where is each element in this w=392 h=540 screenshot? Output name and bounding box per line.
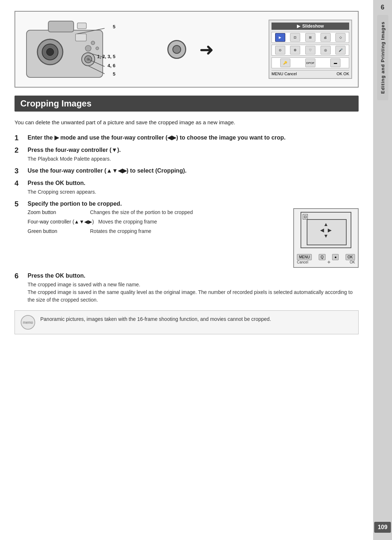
step-6: 6 Press the OK button. The cropped image… xyxy=(15,271,359,304)
svg-rect-1 xyxy=(48,21,74,32)
fourway-desc: Moves the cropping frame xyxy=(98,218,157,226)
arrow-up: ▲ xyxy=(323,221,328,227)
table-row-green: Green button Rotates the cropping frame xyxy=(28,227,287,236)
step-4-number: 4 xyxy=(15,179,28,188)
step-3-title: Use the four-way controller (▲▼◀▶) to se… xyxy=(28,166,359,175)
step-5-text: Zoom button Changes the size of the port… xyxy=(28,208,287,236)
svg-point-8 xyxy=(91,41,95,45)
step-4: 4 Press the OK button. The Cropping scre… xyxy=(15,179,359,196)
section-title: Cropping Images xyxy=(20,98,91,108)
camera-svg xyxy=(21,17,112,81)
cancel-label-text: Cancel xyxy=(297,260,308,264)
page-number: 109 xyxy=(374,522,391,533)
step-5-number: 5 xyxy=(15,200,28,208)
crop-screen-inner: ⊡ ▲ ◀ ▶ ▼ xyxy=(301,212,351,248)
green-label: Green button xyxy=(28,227,86,236)
slide-icon-heart: ♡ xyxy=(305,46,315,55)
svg-point-7 xyxy=(85,45,91,51)
step-5: 5 Specify the portion to be cropped. Zoo… xyxy=(15,200,359,268)
top-diagram: 5 1, 2, 3, 5 4, 6 5 ➜ ▶ Slideshow ▶ ⊡ ⊞ xyxy=(15,11,359,88)
crop-arrows-row: ◀ ▶ xyxy=(320,227,332,233)
crop-ok-label: OK xyxy=(348,255,353,259)
arrow-right: ➜ xyxy=(199,39,214,60)
slideshow-icons-row-2: ⊙ ⚙ ♡ ◎ 🎤 xyxy=(271,45,349,56)
green-desc: Rotates the cropping frame xyxy=(90,227,151,236)
nav-wheel xyxy=(167,40,186,59)
slide-icon-img: ⊡ xyxy=(290,33,300,42)
right-tab: 6 Editing and Printing Images 109 xyxy=(373,0,392,540)
slideshow-icons-row-3: 🔑 DPOF ▬ xyxy=(271,57,349,68)
step-5-table: Zoom button Changes the size of the port… xyxy=(28,208,287,235)
crop-screen-mockup: ⊡ ▲ ◀ ▶ ▼ xyxy=(293,208,359,268)
step-4-sub: The Cropping screen appears. xyxy=(28,188,359,196)
slideshow-title-bar: ▶ Slideshow xyxy=(271,23,349,30)
crop-icon-small: ⊡ xyxy=(303,214,308,219)
svg-rect-6 xyxy=(77,23,86,29)
step-1-content: Enter the ▶ mode and use the four-way co… xyxy=(28,133,359,142)
step-2-content: Press the four-way controller (▼). The P… xyxy=(28,146,359,163)
crop-zoom-btn: Q xyxy=(319,254,326,260)
tab-label: Editing and Printing Images xyxy=(377,15,388,100)
step-4-content: Press the OK button. The Cropping screen… xyxy=(28,179,359,196)
label-123: 1, 2, 3, 5 xyxy=(97,54,115,59)
step-5-body: Zoom button Changes the size of the port… xyxy=(28,208,359,268)
section-header: Cropping Images xyxy=(15,96,359,112)
tab-number: 6 xyxy=(381,4,384,11)
step-2: 2 Press the four-way controller (▼). The… xyxy=(15,146,359,163)
slide-icon-lock: 🔑 xyxy=(280,59,290,67)
slide-icon-play: ▶ xyxy=(275,33,285,42)
menu-ok-label: OK OK xyxy=(336,72,349,76)
step-6-content: Press the OK button. The cropped image i… xyxy=(28,271,359,304)
arrow-right-icon: ▶ xyxy=(328,227,332,233)
step-2-sub: The Playback Mode Palette appears. xyxy=(28,155,359,163)
slide-icon-eye: ◎ xyxy=(320,46,331,55)
slide-icon-gear: ⚙ xyxy=(290,46,300,55)
fourway-label: Four-way controller (▲▼◀▶) xyxy=(28,218,94,226)
crop-zoom-icon: Q xyxy=(321,255,324,259)
slide-icon-square: ▬ xyxy=(330,59,340,67)
crop-menu-btn: MENU xyxy=(297,254,312,260)
ok-label-right: OK xyxy=(350,260,355,264)
svg-point-4 xyxy=(46,48,54,56)
zoom-desc: Changes the size of the portion to be cr… xyxy=(90,208,193,217)
step-3: 3 Use the four-way controller (▲▼◀▶) to … xyxy=(15,166,359,175)
step-1-title: Enter the ▶ mode and use the four-way co… xyxy=(28,133,359,142)
step-6-title: Press the OK button. xyxy=(28,271,359,280)
crop-center-btn: ● xyxy=(332,254,339,260)
table-row-fourway: Four-way controller (▲▼◀▶) Moves the cro… xyxy=(28,218,287,226)
svg-point-9 xyxy=(96,47,99,50)
slideshow-title: Slideshow xyxy=(302,24,324,29)
label-5-top: 5 xyxy=(113,24,115,29)
step-3-content: Use the four-way controller (▲▼◀▶) to se… xyxy=(28,166,359,175)
slideshow-menu: ▶ Slideshow ▶ ⊡ ⊞ 🖨 ◇ ⊙ ⚙ ♡ ◎ 🎤 🔑 xyxy=(269,20,352,79)
step-6-number: 6 xyxy=(15,272,28,280)
menu-cancel-ok-bar: MENU Cancel OK OK xyxy=(271,70,349,76)
step-2-title: Press the four-way controller (▼). xyxy=(28,146,359,154)
step-1: 1 Enter the ▶ mode and use the four-way … xyxy=(15,133,359,142)
step-5-content: Specify the portion to be cropped. Zoom … xyxy=(28,200,359,268)
arrow-left: ◀ xyxy=(320,227,324,233)
slide-icon-mic: 🎤 xyxy=(335,46,346,55)
step-4-title: Press the OK button. xyxy=(28,179,359,188)
crop-screen-label-row: Cancel ✛ OK xyxy=(297,260,355,264)
step-1-number: 1 xyxy=(15,134,28,142)
fourway-desc-text: Moves the cropping frame xyxy=(98,219,157,225)
step-3-number: 3 xyxy=(15,167,28,175)
memo-box: memo Panoramic pictures, images taken wi… xyxy=(15,310,359,334)
slide-icon-grid: ⊞ xyxy=(305,33,315,42)
label-5-bottom: 5 xyxy=(113,71,115,77)
nav-wheel-inner xyxy=(172,45,181,54)
slide-icon-circle: ⊙ xyxy=(275,46,285,55)
crop-ok-btn: OK xyxy=(346,254,355,260)
crop-arrows: ▲ ◀ ▶ ▼ xyxy=(320,221,332,239)
memo-text: Panoramic pictures, images taken with th… xyxy=(40,315,271,323)
center-label-text: ✛ xyxy=(327,260,330,264)
slide-icon-diamond: ◇ xyxy=(335,33,346,42)
camera-sketch: 5 1, 2, 3, 5 4, 6 5 xyxy=(21,17,115,81)
table-row-zoom: Zoom button Changes the size of the port… xyxy=(28,208,287,217)
crop-center-icon: ● xyxy=(334,255,336,259)
slide-icon-print: 🖨 xyxy=(320,33,331,42)
step-6-sub: The cropped image is saved with a new fi… xyxy=(28,281,359,304)
arrow-nav: ➜ xyxy=(164,39,220,60)
slideshow-icons-row-1: ▶ ⊡ ⊞ 🖨 ◇ xyxy=(271,32,349,43)
